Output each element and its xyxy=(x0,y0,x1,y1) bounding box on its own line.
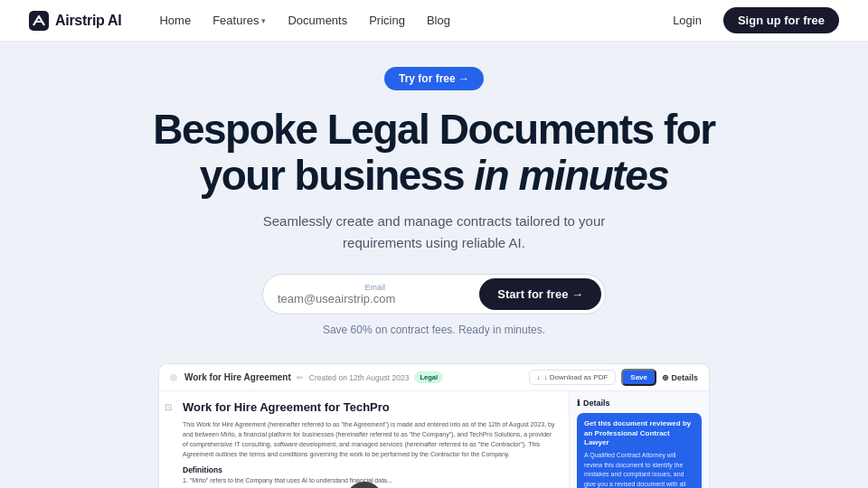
chevron-down-icon: ▾ xyxy=(261,16,266,25)
doc-main-body: This Work for Hire Agreement (hereinafte… xyxy=(183,420,556,459)
doc-sidebar: ℹ Details Get this document reviewed by … xyxy=(569,391,709,488)
download-pdf-button[interactable]: ↓ ↓ Download as PDF xyxy=(529,370,617,385)
doc-title: Work for Hire Agreement xyxy=(184,372,291,382)
email-field-wrapper: Email xyxy=(278,283,472,305)
hero-title: Bespoke Legal Documents for your busines… xyxy=(153,107,715,198)
doc-toolbar: Work for Hire Agreement ✏ Created on 12t… xyxy=(159,364,709,391)
nav-features[interactable]: Features ▾ xyxy=(203,8,275,33)
email-input[interactable] xyxy=(278,292,472,305)
hero-section: Try for free → Bespoke Legal Documents f… xyxy=(0,42,868,351)
doc-created: Created on 12th August 2023 xyxy=(309,373,410,382)
svg-rect-0 xyxy=(29,11,49,31)
hero-subtitle: Seamlessly create and manage contracts t… xyxy=(244,211,624,254)
info-icon: ℹ xyxy=(577,399,580,408)
signup-button[interactable]: Sign up for free xyxy=(723,7,839,33)
review-card-body: A Qualified Contract Attorney will revie… xyxy=(584,451,694,488)
save-button[interactable]: Save xyxy=(621,369,656,386)
page-icon: ⊡ xyxy=(165,402,172,412)
email-label-text: Email xyxy=(278,283,472,292)
details-label[interactable]: ⊕ Details xyxy=(662,373,698,382)
doc-toolbar-right: ↓ ↓ Download as PDF Save ⊕ Details xyxy=(529,369,698,386)
doc-body: ⊡ Work for Hire Agreement for TechPro Th… xyxy=(159,391,709,488)
navigation: Airstrip AI Home Features ▾ Documents Pr… xyxy=(0,0,868,42)
doc-main-title: Work for Hire Agreement for TechPro xyxy=(183,400,556,414)
email-form: Email Start for free → xyxy=(262,274,606,314)
try-badge[interactable]: Try for free → xyxy=(384,67,484,90)
toolbar-dot xyxy=(170,374,177,381)
doc-main: ⊡ Work for Hire Agreement for TechPro Th… xyxy=(159,391,569,488)
logo[interactable]: Airstrip AI xyxy=(29,11,121,31)
savings-text: Save 60% on contract fees. Ready in minu… xyxy=(323,324,545,336)
review-card-title: Get this document reviewed by an Profess… xyxy=(584,419,694,447)
edit-icon[interactable]: ✏ xyxy=(297,373,304,382)
logo-text: Airstrip AI xyxy=(55,13,121,29)
login-button[interactable]: Login xyxy=(660,8,714,33)
logo-icon xyxy=(29,11,49,31)
sidebar-details-title: ℹ Details xyxy=(577,399,702,408)
nav-actions: Login Sign up for free xyxy=(660,7,839,33)
document-preview-wrapper: Work for Hire Agreement ✏ Created on 12t… xyxy=(0,363,868,488)
doc-main-subheading: Definitions xyxy=(183,465,556,474)
nav-documents[interactable]: Documents xyxy=(278,8,356,33)
doc-title-area: Work for Hire Agreement ✏ Created on 12t… xyxy=(184,371,522,383)
doc-badge: Legal xyxy=(414,371,443,383)
download-icon: ↓ xyxy=(537,373,541,381)
review-card: Get this document reviewed by an Profess… xyxy=(577,413,702,488)
nav-blog[interactable]: Blog xyxy=(418,8,459,33)
nav-home[interactable]: Home xyxy=(150,8,200,33)
start-button[interactable]: Start for free → xyxy=(479,278,601,310)
nav-pricing[interactable]: Pricing xyxy=(360,8,414,33)
nav-links: Home Features ▾ Documents Pricing Blog xyxy=(150,8,660,33)
document-preview: Work for Hire Agreement ✏ Created on 12t… xyxy=(158,363,710,488)
